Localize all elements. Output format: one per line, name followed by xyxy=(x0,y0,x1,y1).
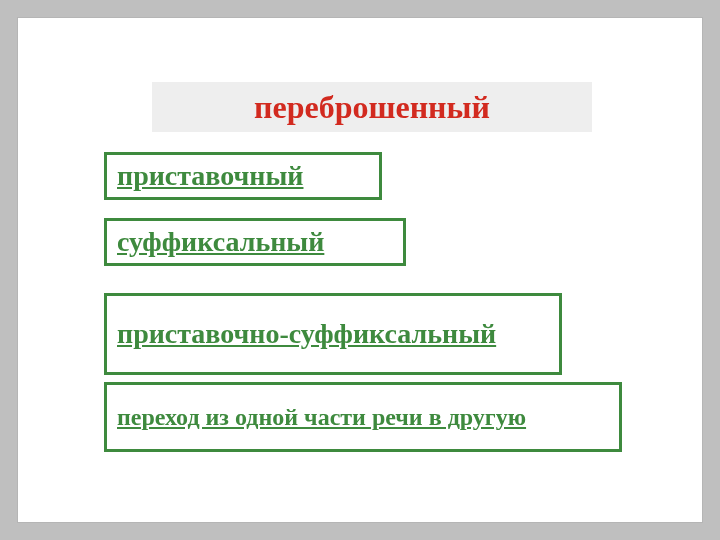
option-perekhod[interactable]: переход из одной части речи в другую xyxy=(104,382,622,452)
option-label: суффиксальный xyxy=(107,222,334,261)
title-text: переброшенный xyxy=(254,89,490,126)
option-label: приставочный xyxy=(107,156,313,195)
option-pristavochny[interactable]: приставочный xyxy=(104,152,382,200)
option-label: приставочно-суффиксальный xyxy=(107,296,506,372)
option-label: переход из одной части речи в другую xyxy=(107,385,536,449)
slide: переброшенный приставочный суффиксальный… xyxy=(18,18,702,522)
option-suffiksalny[interactable]: суффиксальный xyxy=(104,218,406,266)
title-box: переброшенный xyxy=(152,82,592,132)
option-pristavochno-suffiksalny[interactable]: приставочно-суффиксальный xyxy=(104,293,562,375)
